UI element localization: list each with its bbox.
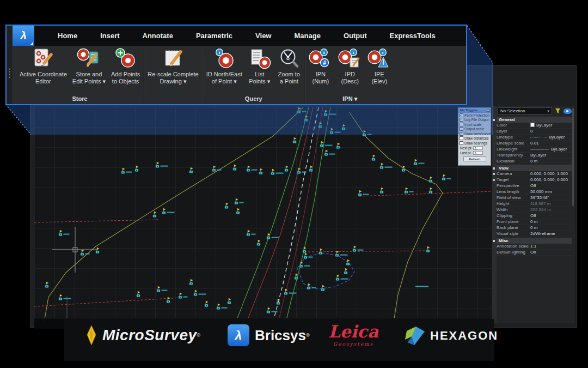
survey-point[interactable]: [297, 107, 307, 113]
survey-point[interactable]: [285, 166, 288, 172]
ribbon-button[interactable]: Zoom to a Point: [274, 47, 304, 86]
toggle-checkbox-row[interactable]: Output scale: [458, 127, 491, 132]
survey-point[interactable]: [405, 188, 414, 194]
survey-point[interactable]: [59, 294, 71, 300]
survey-point[interactable]: [267, 233, 279, 239]
survey-point[interactable]: [225, 203, 228, 209]
survey-point[interactable]: [324, 150, 335, 156]
drawing-canvas[interactable]: [34, 107, 492, 322]
survey-point[interactable]: [121, 168, 132, 174]
ribbon-group-label-query[interactable]: Query: [204, 95, 304, 104]
property-value[interactable]: 118.987 m: [530, 201, 572, 207]
survey-point[interactable]: [235, 198, 244, 204]
property-value[interactable]: On: [530, 250, 572, 255]
survey-line-tie-red-right-2[interactable]: [304, 251, 428, 252]
ribbon-button[interactable]: i# IPN (Num): [306, 47, 335, 86]
survey-point[interactable]: [336, 143, 340, 149]
survey-point[interactable]: [247, 166, 258, 172]
toggle-checkbox-row[interactable]: Draw distances: [458, 136, 491, 141]
section-header-view[interactable]: View: [497, 165, 572, 171]
survey-point[interactable]: [442, 174, 451, 180]
survey-line-lane-red-left[interactable]: [247, 107, 313, 322]
survey-point[interactable]: [96, 248, 99, 254]
survey-point[interactable]: [212, 166, 222, 172]
survey-line-tie-red-left-1[interactable]: [34, 220, 160, 222]
ribbon-button[interactable]: i ID North/East of Point ▾: [204, 47, 245, 86]
survey-point[interactable]: [59, 230, 70, 236]
survey-point[interactable]: [344, 268, 347, 274]
section-header-general[interactable]: General: [497, 117, 572, 123]
toggle-checkbox-row[interactable]: Input scale: [458, 122, 491, 127]
survey-line-lane-red-right[interactable]: [278, 107, 323, 322]
next-pt-input[interactable]: 1: [473, 146, 483, 150]
ribbon-button[interactable]: Add Points to Objects: [108, 47, 143, 86]
survey-line-boundary-olive-right[interactable]: [349, 112, 443, 322]
property-value[interactable]: ByLayer: [530, 123, 572, 128]
ribbon-tab[interactable]: Insert: [89, 26, 131, 46]
selection-combo[interactable]: No Selection ▾: [498, 107, 552, 114]
toggle-checkbox-row[interactable]: Draw lines/curves: [458, 131, 491, 136]
quick-select-icon[interactable]: [554, 108, 562, 114]
property-value[interactable]: 0.000, 0.000, 0.000: [530, 177, 572, 183]
survey-point[interactable]: [271, 169, 284, 175]
survey-point[interactable]: [330, 128, 341, 134]
property-value[interactable]: Off: [530, 183, 572, 189]
ribbon-button[interactable]: Active Coordinate Editor: [17, 47, 70, 86]
survey-drawing[interactable]: [34, 107, 492, 322]
survey-point[interactable]: [156, 162, 168, 168]
toggle-checkbox-row[interactable]: Draw bearings: [458, 141, 491, 146]
ribbon-tab[interactable]: Parametric: [185, 26, 244, 46]
survey-point[interactable]: [426, 246, 430, 252]
survey-point[interactable]: [233, 165, 236, 171]
survey-point[interactable]: [162, 208, 175, 214]
properties-scrollbar[interactable]: [572, 108, 574, 206]
select-elements-icon[interactable]: [564, 108, 572, 114]
survey-point[interactable]: [236, 208, 240, 214]
survey-point[interactable]: [189, 279, 193, 285]
ribbon-tab[interactable]: View: [244, 26, 283, 46]
survey-point[interactable]: [135, 166, 138, 172]
survey-point[interactable]: [380, 163, 393, 169]
survey-point[interactable]: [363, 130, 372, 136]
survey-point[interactable]: [342, 124, 345, 130]
survey-point[interactable]: [299, 262, 310, 268]
survey-point[interactable]: [335, 251, 348, 257]
survey-point[interactable]: [414, 159, 425, 165]
survey-point[interactable]: [429, 177, 432, 183]
survey-point[interactable]: [157, 286, 168, 292]
survey-point[interactable]: [179, 293, 188, 299]
survey-point[interactable]: [358, 190, 369, 196]
property-value[interactable]: Off: [530, 213, 572, 219]
survey-point[interactable]: [189, 167, 193, 173]
property-value[interactable]: 202.364 m: [530, 207, 572, 213]
toggle-checkbox-row[interactable]: Log File Output: [458, 118, 491, 123]
property-value[interactable]: 0.01: [530, 141, 572, 146]
property-value[interactable]: 1:1: [530, 244, 572, 249]
ribbon-button[interactable]: i IPD (Desc): [335, 47, 365, 86]
survey-point[interactable]: [228, 298, 231, 304]
survey-point[interactable]: [205, 301, 208, 307]
property-value[interactable]: 39°35'48": [530, 195, 572, 201]
ribbon-group-label-ipn[interactable]: IPN ▾: [306, 95, 394, 104]
toggles-title[interactable]: Ms Toggles: [458, 108, 491, 113]
survey-point[interactable]: [81, 250, 90, 256]
survey-point[interactable]: [336, 275, 348, 281]
survey-point[interactable]: [429, 188, 432, 194]
ribbon-tab[interactable]: Home: [46, 26, 89, 46]
survey-point[interactable]: [137, 291, 140, 297]
survey-point[interactable]: [259, 168, 262, 174]
ribbon-tab[interactable]: Output: [332, 26, 378, 46]
ribbon-tab[interactable]: Manage: [283, 26, 332, 46]
ribbon-group-label-store[interactable]: Store: [17, 95, 143, 104]
property-value[interactable]: 0.000, 0.000, 1.000: [530, 171, 572, 177]
survey-point[interactable]: [257, 240, 260, 246]
property-value[interactable]: 0 m: [530, 159, 572, 164]
survey-line-edge-green-left[interactable]: [236, 107, 309, 322]
ribbon-button[interactable]: Store and Edit Points ▾: [70, 47, 108, 86]
property-value[interactable]: 0 m: [530, 225, 572, 231]
application-button[interactable]: λ: [13, 26, 34, 46]
property-value[interactable]: ByLayer: [530, 135, 572, 140]
property-value[interactable]: 0 m: [530, 219, 572, 225]
close-icon[interactable]: [487, 109, 489, 112]
toggle-checkbox-row[interactable]: Point Protection: [458, 113, 491, 118]
